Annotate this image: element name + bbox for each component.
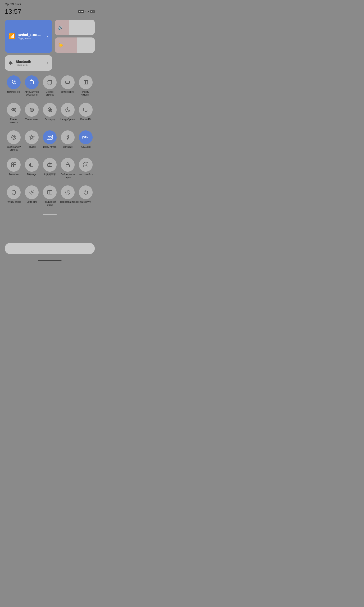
screen-record-icon (7, 131, 21, 144)
status-time: 13:57 (5, 8, 21, 15)
tiles-area: 📶 Redmi_1D8E... Під'єднано ▼ 🔉 ☀️ ✱ Blue… (0, 17, 100, 211)
search-bar[interactable] (5, 243, 95, 254)
dolby-icon: ▼ (43, 131, 57, 144)
partial-screenshot-label: частковий ск (79, 173, 93, 176)
bt-tile-icon: ✱ (9, 60, 13, 66)
home-bar (0, 259, 100, 264)
vibration-label: Вібрація (27, 173, 36, 176)
battery-saver-btn[interactable]: ▼ жим енерго: (59, 73, 77, 99)
dark-theme-btn[interactable]: Темна тема (23, 101, 41, 126)
battery-saver-label: жим енерго: (61, 91, 74, 93)
battery-saver-icon: ▼ (61, 75, 75, 89)
geodata-btn[interactable]: Геодані (23, 128, 41, 154)
auto-rotate-arrow: ▼ (36, 87, 38, 88)
svg-point-11 (13, 136, 15, 138)
bottom-handle (0, 211, 100, 217)
spacer (0, 217, 100, 240)
top-tiles-row: 📶 Redmi_1D8E... Під'єднано ▼ 🔉 ☀️ (5, 20, 95, 53)
ai-subtitle-label: AI实时字幕 (44, 173, 55, 176)
wifi-tile-icon: 📶 (9, 33, 15, 39)
privacy-shield-btn[interactable]: Privacy shield (5, 183, 23, 209)
svg-rect-18 (12, 165, 13, 167)
wifi-ssid: Redmi_1D8E... (18, 33, 41, 37)
volume-icon: 🔉 (58, 25, 63, 30)
flashlight-btn[interactable]: Ліхтарик (59, 128, 77, 154)
auto-brightness-btn[interactable]: томатичне н (5, 73, 23, 99)
svg-point-10 (12, 135, 16, 139)
auto-rotate-btn[interactable]: ▼ Автоматичне обертання (23, 73, 41, 99)
privacy-mode-label: Режим захисту (6, 118, 21, 124)
power-off-btn[interactable]: Вимкнути (77, 183, 95, 209)
screenshot-label: Знімок екрана (42, 91, 57, 96)
status-date: Ср, 29 лист. (5, 2, 22, 6)
screenshot-btn[interactable]: ▼ Знімок екрана (41, 73, 59, 99)
bt-tiles-row: ✱ Bluetooth Вимкнено ▼ (5, 55, 95, 71)
power-off-label: Вимкнути (80, 201, 91, 203)
wifi-tile[interactable]: 📶 Redmi_1D8E... Під'єднано ▼ (5, 20, 52, 53)
brightness-slider[interactable]: ☀️ (55, 38, 95, 53)
svg-point-13 (48, 136, 50, 138)
bt-tile[interactable]: ✱ Bluetooth Вимкнено ▼ (5, 55, 52, 71)
privacy-shield-icon (7, 185, 21, 199)
bt-status: Вимкнено (16, 64, 31, 66)
reading-mode-icon: ▼ (79, 75, 93, 89)
icon-grid-row5: Privacy shield Extra dim Розділений екра… (5, 183, 95, 209)
svg-point-0 (13, 81, 15, 83)
auto-brightness-icon (7, 75, 21, 89)
lock-screen-btn[interactable]: Заблокувати екран (59, 156, 77, 181)
vpn-badge: VPN (78, 10, 84, 13)
svg-point-1 (12, 80, 16, 84)
home-bar-line (38, 260, 62, 261)
svg-point-14 (50, 136, 52, 138)
freestyle-label: Freestyle (9, 173, 18, 176)
freestyle-btn[interactable]: Freestyle (5, 156, 23, 181)
volume-slider[interactable]: 🔉 (55, 20, 95, 35)
status-icons: VPN 52 (78, 10, 95, 13)
reading-mode-btn[interactable]: ▼ Режим читання (77, 73, 95, 99)
partial-screenshot-btn[interactable]: частковий ск (77, 156, 95, 181)
silent-label: Без звуку (45, 118, 55, 121)
flashlight-label: Ліхтарик (63, 145, 72, 148)
split-screen-label: Розділений екран (42, 201, 57, 206)
ai-subtitle-btn[interactable]: AI实时字幕 (41, 156, 59, 181)
adguard-btn[interactable]: VPN AdGuard (77, 128, 95, 154)
lock-screen-label: Заблокувати екран (60, 173, 75, 179)
bt-tile-text: Bluetooth Вимкнено (16, 60, 31, 66)
wifi-tile-text: Redmi_1D8E... Під'єднано (18, 33, 41, 40)
reboot-icon (61, 185, 75, 199)
pc-mode-icon (79, 103, 93, 117)
dnd-label: Не турбувати (60, 118, 75, 121)
reboot-btn[interactable]: Перезавантаження (59, 183, 77, 209)
freestyle-icon (7, 158, 21, 172)
dolby-btn[interactable]: ▼ Dolby Atmos (41, 128, 59, 154)
vibration-btn[interactable]: Вібрація (23, 156, 41, 181)
wifi-status: Під'єднано (18, 37, 41, 40)
svg-rect-21 (48, 164, 52, 166)
svg-rect-9 (84, 108, 88, 111)
reboot-label: Перезавантаження (60, 201, 75, 203)
svg-rect-2 (30, 81, 33, 84)
extra-dim-btn[interactable]: Extra dim (23, 183, 41, 209)
privacy-mode-btn[interactable]: Режим захисту (5, 101, 23, 126)
battery-status: 52 (90, 10, 95, 13)
dolby-label: Dolby Atmos (43, 145, 56, 148)
icon-grid-row4: Freestyle Вібрація AI实时字幕 Заблокувати ек… (5, 156, 95, 181)
silent-btn[interactable]: Без звуку (41, 101, 59, 126)
svg-rect-19 (14, 165, 16, 167)
reading-mode-arrow: ▼ (90, 87, 92, 88)
dnd-btn[interactable]: Не турбувати (59, 101, 77, 126)
dnd-icon (61, 103, 75, 117)
screen-record-btn[interactable]: Засіб запису екрана (5, 128, 23, 154)
split-screen-btn[interactable]: Розділений екран (41, 183, 59, 209)
auto-rotate-icon: ▼ (25, 75, 39, 89)
svg-rect-17 (14, 163, 16, 165)
svg-rect-22 (66, 165, 69, 167)
status-row: 13:57 VPN 52 (0, 7, 100, 17)
pc-mode-label: Режим ПК (80, 118, 91, 121)
ai-subtitle-icon (43, 158, 57, 172)
adguard-vpn-label: VPN (82, 136, 89, 139)
lock-screen-icon (61, 158, 75, 172)
split-screen-icon (43, 185, 57, 199)
pc-mode-btn[interactable]: Режим ПК (77, 101, 95, 126)
icon-grid-row1: томатичне н ▼ Автоматичне обертання ▼ Зн… (5, 73, 95, 99)
